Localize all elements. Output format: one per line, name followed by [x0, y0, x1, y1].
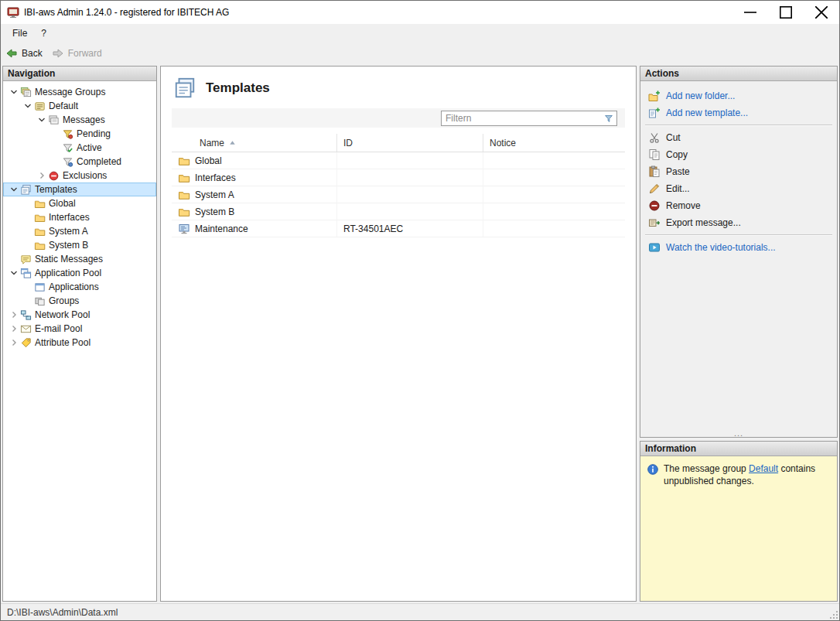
messages-icon: [48, 114, 60, 126]
folder-icon: [34, 198, 46, 210]
maximize-button[interactable]: [768, 1, 804, 24]
action-edit[interactable]: Edit...: [640, 180, 837, 197]
filter-band: [172, 108, 625, 128]
tree-item-system-b[interactable]: System B: [3, 238, 156, 252]
chevron-right-icon[interactable]: [8, 322, 20, 335]
tree-item-label: Application Pool: [35, 268, 101, 278]
tree-item-static-messages[interactable]: Static Messages: [3, 252, 156, 266]
static-messages-icon: [20, 254, 32, 265]
action-cut[interactable]: Cut: [640, 129, 837, 146]
message-group-link[interactable]: Default: [749, 463, 778, 474]
tree-item-messages[interactable]: Messages: [3, 113, 156, 127]
exclusions-icon: [48, 170, 60, 182]
chevron-down-icon[interactable]: [36, 114, 48, 126]
chevron-down-icon[interactable]: [8, 183, 20, 196]
tree-item-attribute-pool[interactable]: Attribute Pool: [3, 336, 156, 350]
tree-item-label: Interfaces: [49, 212, 90, 223]
column-header-label: ID: [343, 138, 353, 148]
tool-label: Back: [22, 48, 43, 59]
cell-id: [337, 186, 483, 203]
menu-file[interactable]: File: [5, 25, 34, 42]
action-copy[interactable]: Copy: [640, 146, 837, 163]
funnel-completed-icon: [62, 156, 73, 168]
table-row-system-a[interactable]: System A: [172, 186, 625, 203]
tree-item-groups[interactable]: Groups: [3, 294, 156, 308]
cell-name: Interfaces: [172, 169, 337, 186]
export-icon: [648, 217, 661, 229]
video-icon: [648, 241, 661, 254]
app-body: Navigation Message GroupsDefaultMessages…: [1, 64, 839, 603]
tree-item-pending[interactable]: Pending: [3, 127, 156, 141]
filter-funnel-icon[interactable]: [603, 113, 616, 124]
table-row-maintenance[interactable]: MaintenanceRT-34501AEC: [172, 220, 625, 237]
action-label: Paste: [666, 166, 690, 177]
chevron-down-icon[interactable]: [8, 267, 20, 279]
column-header-name[interactable]: Name: [172, 134, 337, 152]
information-panel-header: Information: [640, 442, 837, 456]
chevron-down-icon[interactable]: [22, 100, 34, 112]
applications-icon: [34, 281, 46, 293]
table-row-global[interactable]: Global: [172, 152, 625, 169]
tree-item-global[interactable]: Global: [3, 196, 156, 210]
cell-notice: [483, 169, 625, 186]
chevron-down-icon[interactable]: [8, 86, 20, 98]
folder-icon: [34, 226, 46, 237]
tree-item-applications[interactable]: Applications: [3, 280, 156, 294]
action-label: Add new template...: [666, 107, 748, 118]
tree-item-label: Attribute Pool: [35, 337, 90, 348]
action-remove[interactable]: Remove: [640, 197, 837, 214]
maximize-icon: [780, 6, 792, 19]
template-icon: [178, 223, 190, 235]
tree-item-templates[interactable]: Templates: [3, 183, 156, 196]
column-header-id[interactable]: ID: [337, 134, 483, 152]
action-add-new-template[interactable]: Add new template...: [640, 104, 837, 121]
tree-item-system-a[interactable]: System A: [3, 224, 156, 238]
tree-item-exclusions[interactable]: Exclusions: [3, 169, 156, 183]
action-export-message[interactable]: Export message...: [640, 214, 837, 231]
cell-name: System A: [172, 186, 337, 203]
resize-grip-icon[interactable]: [829, 610, 838, 619]
tree-item-application-pool[interactable]: Application Pool: [3, 266, 156, 280]
menu-help[interactable]: ?: [34, 25, 53, 42]
folder-icon: [34, 212, 46, 223]
minimize-button[interactable]: [732, 1, 768, 24]
tree-item-label: Static Messages: [35, 254, 103, 264]
chevron-right-icon[interactable]: [8, 309, 20, 321]
table-row-system-b[interactable]: System B: [172, 203, 625, 220]
tree-item-network-pool[interactable]: Network Pool: [3, 308, 156, 322]
page-title: Templates: [206, 80, 270, 96]
chevron-spacer: [22, 211, 34, 223]
tree-item-e-mail-pool[interactable]: E-mail Pool: [3, 322, 156, 336]
tree-item-label: Network Pool: [35, 309, 90, 320]
tree-item-completed[interactable]: Completed: [3, 155, 156, 169]
chevron-right-icon[interactable]: [36, 169, 48, 182]
chevron-spacer: [22, 281, 34, 293]
cell-notice: [483, 152, 625, 169]
column-header-notice[interactable]: Notice: [483, 134, 625, 152]
chevron-spacer: [50, 142, 62, 154]
row-name-text: Global: [195, 155, 222, 166]
close-button[interactable]: [804, 1, 839, 24]
chevron-right-icon[interactable]: [8, 336, 20, 349]
action-label: Remove: [666, 200, 701, 211]
application-pool-icon: [20, 268, 32, 279]
filter-input[interactable]: [442, 112, 603, 125]
table-row-interfaces[interactable]: Interfaces: [172, 169, 625, 186]
tree-item-label: System B: [49, 240, 88, 251]
action-add-new-folder[interactable]: Add new folder...: [640, 87, 837, 104]
tree-item-default[interactable]: Default: [3, 99, 156, 113]
tree-item-interfaces[interactable]: Interfaces: [3, 210, 156, 224]
window-title: IBI-aws Admin 1.24.0 - registered for IB…: [24, 7, 732, 18]
tree-item-label: Applications: [49, 281, 99, 292]
action-watch-the-video-tutorials[interactable]: Watch the video-tutorials...: [640, 239, 837, 256]
tree-item-active[interactable]: Active: [3, 141, 156, 155]
chevron-spacer: [50, 155, 62, 168]
tree-item-label: E-mail Pool: [35, 323, 82, 334]
email-pool-icon: [20, 323, 32, 335]
tree-item-label: Message Groups: [35, 87, 105, 97]
actions-info-splitter[interactable]: ...: [640, 430, 837, 437]
action-paste[interactable]: Paste: [640, 163, 837, 180]
forward-button: Forward: [52, 47, 102, 60]
back-button[interactable]: Back: [5, 47, 43, 60]
tree-item-message-groups[interactable]: Message Groups: [3, 85, 156, 99]
